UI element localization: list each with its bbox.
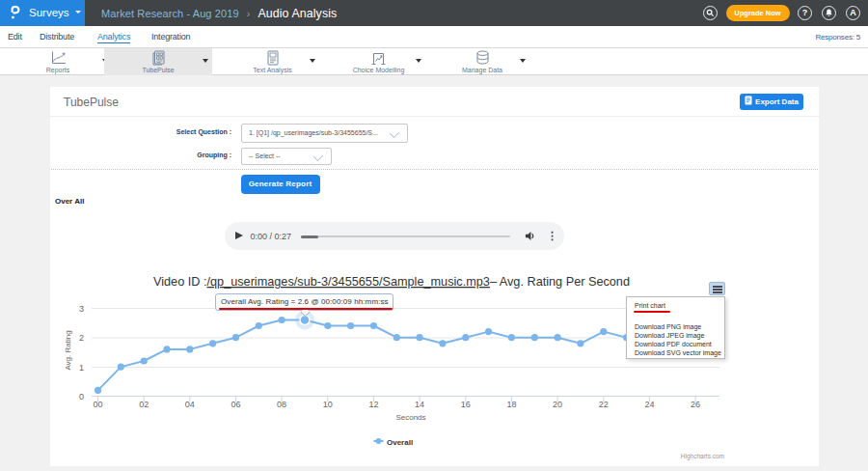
svg-text:06: 06 — [231, 400, 240, 409]
svg-text:Highcharts.com: Highcharts.com — [681, 453, 724, 460]
svg-text:0: 0 — [79, 392, 84, 402]
svg-text:3: 3 — [79, 304, 84, 314]
svg-text:Avg. Rating: Avg. Rating — [64, 330, 72, 370]
svg-text:14: 14 — [415, 400, 424, 409]
svg-text:Video ID :/qp_userimages/sub-3: Video ID :/qp_userimages/sub-3/3455655/S… — [153, 275, 630, 289]
svg-text:10: 10 — [323, 400, 333, 409]
svg-text:02: 02 — [139, 400, 149, 409]
svg-text:1: 1 — [79, 363, 84, 373]
svg-text:Seconds: Seconds — [395, 413, 425, 422]
svg-text:04: 04 — [185, 400, 195, 409]
svg-text:26: 26 — [691, 400, 700, 409]
svg-text:24: 24 — [644, 400, 654, 409]
svg-text:20: 20 — [553, 400, 562, 409]
svg-text:12: 12 — [368, 400, 378, 409]
svg-text:Overall: Overall — [387, 438, 413, 447]
svg-text:18: 18 — [506, 400, 516, 409]
svg-text:2: 2 — [79, 333, 84, 343]
svg-text:22: 22 — [599, 400, 609, 409]
svg-text:00: 00 — [93, 400, 102, 409]
svg-text:16: 16 — [461, 400, 471, 409]
svg-text:08: 08 — [277, 400, 286, 409]
